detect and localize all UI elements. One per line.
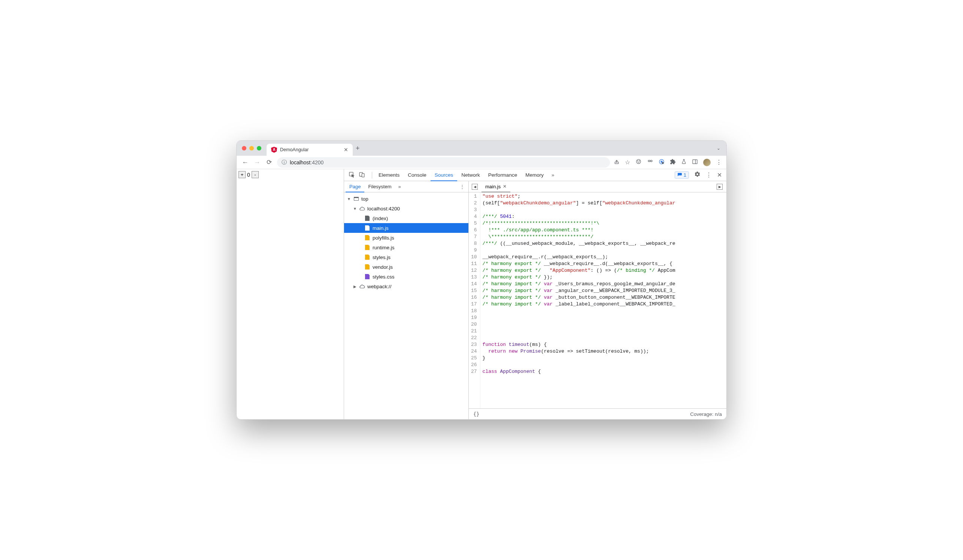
settings-gear-icon[interactable] (694, 171, 700, 179)
tree-top[interactable]: ▼top (344, 194, 469, 204)
line-gutter: 1 2 3 4 5 6 7 8 9 10 11 12 13 14 15 16 1… (469, 193, 480, 408)
tab-search-button[interactable]: ⌄ (717, 146, 720, 151)
angular-favicon: A (271, 147, 277, 153)
svg-point-5 (650, 160, 652, 162)
devtools-menu-button[interactable]: ⋮ (706, 172, 712, 178)
nav-tab-filesystem[interactable]: Filesystem (364, 181, 395, 192)
address-bar[interactable]: ⓘ localhost:4200 (277, 157, 610, 168)
share-icon[interactable] (614, 159, 620, 166)
tab-strip: A DemoAngular ✕ + ⌄ (237, 141, 726, 156)
cloud-icon (359, 283, 365, 289)
js-file-icon (365, 264, 370, 270)
minimize-window-button[interactable] (250, 146, 254, 151)
back-button[interactable]: ← (241, 159, 250, 166)
tab-memory[interactable]: Memory (521, 169, 548, 181)
file-styles-js[interactable]: styles.js (344, 252, 469, 262)
tab-sources[interactable]: Sources (431, 170, 457, 181)
file-main-js[interactable]: main.js (344, 223, 469, 233)
devtools: Elements Console Sources Network Perform… (344, 169, 726, 419)
svg-point-1 (637, 159, 640, 163)
editor-tab-main-js[interactable]: main.js ✕ (481, 181, 510, 193)
url-host: localhost (290, 159, 310, 165)
js-file-icon (365, 235, 370, 240)
issues-count: 1 (684, 172, 686, 178)
new-tab-button[interactable]: + (356, 144, 360, 152)
extension-icon-2[interactable] (647, 159, 653, 166)
decrement-button[interactable]: - (251, 171, 259, 178)
tab-performance[interactable]: Performance (484, 169, 521, 181)
extension-icon[interactable] (636, 159, 642, 166)
js-file-icon (365, 245, 370, 250)
inspect-element-icon[interactable] (349, 172, 355, 179)
svg-point-4 (648, 160, 650, 162)
maximize-window-button[interactable] (257, 146, 261, 151)
sources-navigator: Page Filesystem » ⋮ ▼top ▼localhost:4200… (344, 181, 469, 419)
navigator-tabs: Page Filesystem » ⋮ (344, 181, 469, 193)
editor-tab-bar: ◀ main.js ✕ ▶ (469, 181, 726, 193)
svg-rect-13 (362, 173, 364, 177)
svg-point-2 (638, 160, 638, 161)
increment-button[interactable]: + (238, 171, 246, 178)
cloud-icon (359, 206, 365, 212)
file-tree: ▼top ▼localhost:4200 (index) main.js pol… (344, 193, 469, 291)
editor-footer: {} Coverage: n/a (469, 408, 726, 419)
site-info-icon[interactable]: ⓘ (282, 159, 287, 166)
document-icon (365, 215, 370, 221)
bookmark-star-icon[interactable]: ☆ (625, 159, 630, 166)
collapse-debugger-icon[interactable]: ▶ (717, 184, 723, 190)
tab-network[interactable]: Network (457, 169, 484, 181)
js-file-icon (365, 225, 370, 231)
nav-menu-button[interactable]: ⋮ (460, 184, 465, 189)
forward-button[interactable]: → (253, 159, 261, 166)
browser-window: A DemoAngular ✕ + ⌄ ← → ⟳ ⓘ localhost:42… (236, 140, 727, 420)
browser-tab[interactable]: A DemoAngular ✕ (267, 144, 353, 156)
reload-button[interactable]: ⟳ (265, 159, 273, 166)
counter-value: 0 (246, 172, 251, 178)
frame-icon (354, 197, 359, 201)
tab-console[interactable]: Console (404, 169, 431, 181)
extension-icon-3[interactable] (658, 159, 665, 166)
coverage-status: Coverage: n/a (690, 411, 722, 417)
file-runtime-js[interactable]: runtime.js (344, 243, 469, 252)
rendered-page: + 0 - (237, 169, 344, 419)
device-toolbar-icon[interactable] (359, 172, 365, 179)
collapse-navigator-icon[interactable]: ◀ (472, 184, 478, 190)
browser-menu-button[interactable]: ⋮ (716, 159, 722, 166)
file-vendor-js[interactable]: vendor.js (344, 262, 469, 272)
css-file-icon (365, 274, 370, 279)
counter-widget: + 0 - (238, 171, 342, 178)
nav-more-tabs[interactable]: » (396, 184, 404, 189)
window-controls (242, 146, 261, 151)
toolbar-actions: ☆ ⋮ (614, 159, 722, 166)
code-lines: "use strict"; (self["webpackChunkdemo_an… (480, 193, 676, 408)
browser-toolbar: ← → ⟳ ⓘ localhost:4200 ☆ (237, 156, 726, 169)
svg-point-8 (662, 162, 664, 163)
pretty-print-button[interactable]: {} (473, 411, 479, 417)
url-port: :4200 (310, 159, 324, 165)
tree-origin[interactable]: ▼localhost:4200 (344, 204, 469, 214)
file-polyfills-js[interactable]: polyfills.js (344, 233, 469, 243)
issues-badge[interactable]: 1 (675, 172, 689, 178)
close-file-button[interactable]: ✕ (503, 184, 507, 189)
nav-tab-page[interactable]: Page (345, 181, 364, 193)
more-tabs-button[interactable]: » (548, 172, 558, 178)
extensions-puzzle-icon[interactable] (670, 159, 676, 166)
content-area: + 0 - Elements Console Sou (237, 169, 726, 419)
side-panel-icon[interactable] (692, 159, 698, 166)
file-index[interactable]: (index) (344, 214, 469, 223)
tab-title: DemoAngular (280, 147, 341, 152)
tab-elements[interactable]: Elements (374, 169, 404, 181)
close-tab-button[interactable]: ✕ (344, 147, 348, 153)
close-window-button[interactable] (242, 146, 246, 151)
file-styles-css[interactable]: styles.css (344, 272, 469, 282)
svg-rect-9 (693, 159, 697, 163)
profile-avatar[interactable] (703, 159, 711, 166)
devtools-tab-bar: Elements Console Sources Network Perform… (344, 169, 726, 181)
source-editor: ◀ main.js ✕ ▶ 1 2 3 4 5 6 7 8 9 10 11 12… (469, 181, 726, 419)
labs-flask-icon[interactable] (681, 159, 687, 166)
svg-point-3 (639, 160, 639, 161)
js-file-icon (365, 254, 370, 260)
tree-webpack[interactable]: ▶webpack:// (344, 282, 469, 291)
code-area[interactable]: 1 2 3 4 5 6 7 8 9 10 11 12 13 14 15 16 1… (469, 193, 726, 408)
close-devtools-button[interactable]: ✕ (717, 172, 722, 178)
